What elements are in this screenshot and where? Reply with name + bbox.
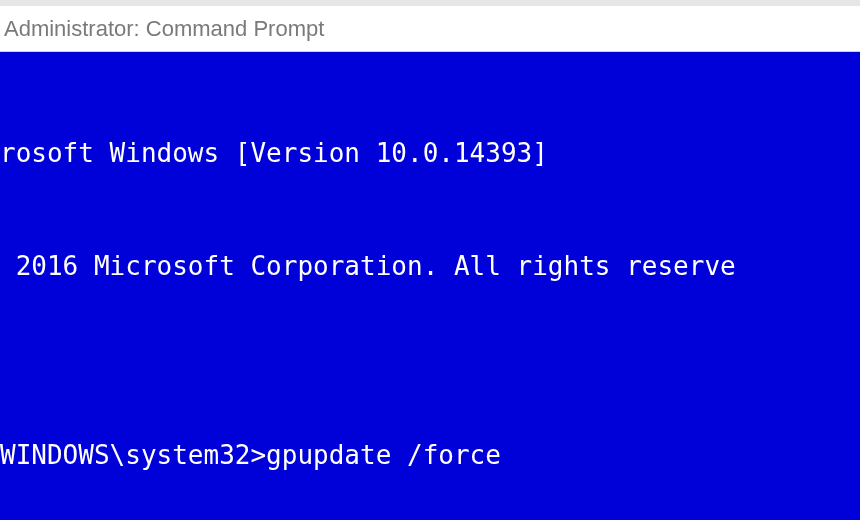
terminal-line: 2016 Microsoft Corporation. All rights r…: [0, 248, 860, 286]
command-prompt-window: Administrator: Command Prompt rosoft Win…: [0, 0, 860, 520]
terminal-area[interactable]: rosoft Windows [Version 10.0.14393] 2016…: [0, 52, 860, 520]
terminal-line: WINDOWS\system32>gpupdate /force: [0, 437, 860, 475]
window-title: Administrator: Command Prompt: [4, 16, 324, 42]
titlebar[interactable]: Administrator: Command Prompt: [0, 0, 860, 52]
terminal-line: rosoft Windows [Version 10.0.14393]: [0, 135, 860, 173]
